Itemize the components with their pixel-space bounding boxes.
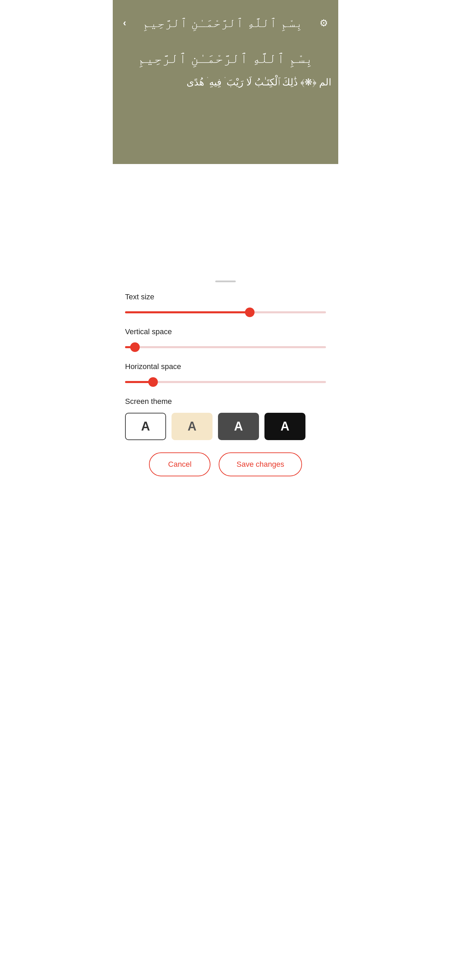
horizontal-space-label: Horizontal space — [125, 362, 326, 371]
save-changes-button[interactable]: Save changes — [219, 452, 302, 476]
verse-text: الم ﴿❋﴾ ذَٰلِكَ ٱلْكِتَـٰبُ لَا رَيْبَ ۛ… — [180, 70, 338, 91]
text-size-slider-container — [125, 307, 326, 317]
action-buttons: Cancel Save changes — [125, 452, 326, 476]
text-size-label: Text size — [125, 293, 326, 301]
settings-button[interactable]: ⚙ — [319, 18, 328, 29]
theme-option-white[interactable]: A — [125, 413, 166, 440]
theme-white-label: A — [141, 419, 150, 434]
horizontal-space-slider-container — [125, 377, 326, 387]
cancel-button[interactable]: Cancel — [149, 452, 210, 476]
theme-dark-gray-label: A — [234, 419, 243, 434]
theme-black-label: A — [281, 419, 289, 434]
theme-option-cream[interactable]: A — [172, 413, 213, 440]
quran-background: ‹ بِسْمِ ٱللَّهِ ٱلرَّحْمَـٰنِ ٱلرَّحِيم… — [113, 0, 338, 164]
theme-option-black[interactable]: A — [264, 413, 305, 440]
theme-option-dark-gray[interactable]: A — [218, 413, 259, 440]
bottom-sheet: Text size Vertical space Horizontal spac… — [113, 275, 338, 490]
vertical-space-label: Vertical space — [125, 327, 326, 336]
drag-handle[interactable] — [215, 280, 236, 282]
theme-options-row: A A A A — [125, 413, 326, 440]
vertical-space-slider-container — [125, 342, 326, 352]
screen-theme-label: Screen theme — [125, 397, 326, 406]
basmala-text: بِسْمِ ٱللَّهِ ٱلرَّحْمَـٰنِ ٱلرَّحِيمِ — [131, 39, 320, 70]
back-button[interactable]: ‹ — [123, 18, 126, 29]
top-bar: ‹ بِسْمِ ٱللَّهِ ٱلرَّحْمَـٰنِ ٱلرَّحِيم… — [113, 3, 338, 39]
quran-title: بِسْمِ ٱللَّهِ ٱلرَّحْمَـٰنِ ٱلرَّحِيمِ — [136, 14, 310, 32]
theme-cream-label: A — [187, 419, 197, 434]
